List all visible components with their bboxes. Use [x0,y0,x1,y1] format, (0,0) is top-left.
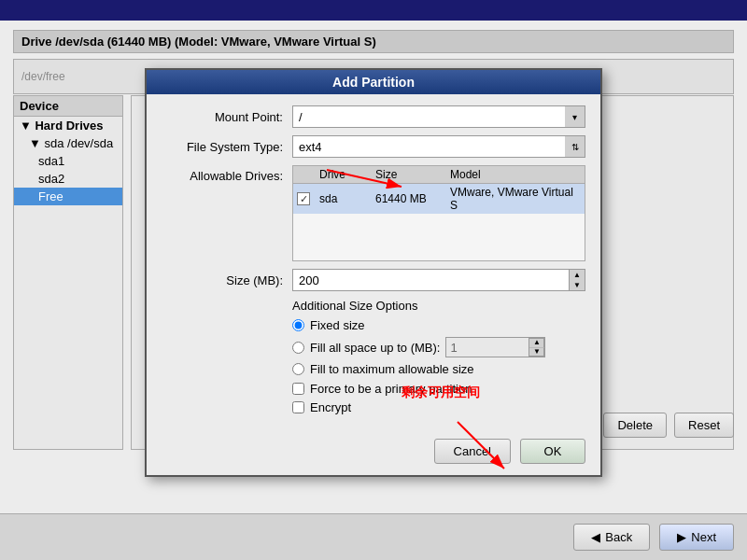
option-primary-checkbox[interactable] [292,383,304,395]
size-input[interactable]: 200 [292,269,570,291]
filesystem-row: File System Type: ext4 ext3 swap ⇅ [162,135,585,158]
next-arrow-icon: ▶ [677,530,686,544]
drives-table-header: Drive Size Model [293,166,585,184]
option-primary-row: Force to be a primary partition [292,382,585,396]
drive-checkbox[interactable] [297,192,310,205]
table-row[interactable]: sda 61440 MB VMware, VMware Virtual S [293,184,585,214]
option-fillup-row: Fill all space up to (MB): ▲ ▼ [292,337,585,357]
row-model: VMware, VMware Virtual S [450,186,581,212]
option-encrypt-label: Encrypt [310,400,351,414]
size-options-section: Fixed size Fill all space up to (MB): ▲ … [292,318,585,376]
fillup-input[interactable] [445,337,529,357]
mount-point-select-wrapper: / /boot /home swap ▾ [292,105,585,128]
fillup-up-button[interactable]: ▲ [529,338,544,348]
option-fillup-radio[interactable] [292,342,304,354]
option-fillup-label: Fill all space up to (MB): [310,341,440,355]
allowable-drives-row: Allowable Drives: Drive Size Model [162,165,585,261]
back-button[interactable]: ◀ Back [573,524,650,551]
option-primary-label: Force to be a primary partition [310,382,472,396]
size-down-button[interactable]: ▼ [570,280,585,290]
option-fillmax-label: Fill to maximum allowable size [310,362,474,376]
filesystem-select-wrapper: ext4 ext3 swap ⇅ [292,135,585,158]
next-button[interactable]: ▶ Next [659,524,734,551]
filesystem-select[interactable]: ext4 ext3 swap [292,135,585,158]
row-check [297,192,319,206]
col-size: Size [375,168,450,181]
fillup-spinner-wrapper: ▲ ▼ [445,337,585,357]
modal-footer: Cancel OK [147,431,600,475]
col-drive: Drive [319,168,375,181]
col-check [297,168,319,181]
option-fixed-radio[interactable] [292,319,304,331]
next-label: Next [691,530,716,544]
ok-button[interactable]: OK [520,439,585,464]
option-fillmax-row: Fill to maximum allowable size [292,362,585,376]
modal-titlebar: Add Partition [147,70,600,94]
option-fixed-label: Fixed size [310,318,365,332]
allowable-drives-label: Allowable Drives: [162,165,292,183]
cancel-button[interactable]: Cancel [434,439,511,464]
mount-point-row: Mount Point: / /boot /home swap ▾ [162,105,585,128]
option-fixed-row: Fixed size [292,318,585,332]
size-spinner-wrapper: 200 ▲ ▼ [292,269,585,291]
size-row: Size (MB): 200 ▲ ▼ [162,269,585,291]
drives-table: Drive Size Model sda 61440 MB VMware, VM… [292,165,585,261]
back-label: Back [605,530,632,544]
back-arrow-icon: ◀ [591,530,600,544]
option-encrypt-checkbox[interactable] [292,401,304,413]
size-label: Size (MB): [162,273,292,287]
add-partition-dialog: Add Partition Mount Point: / /boot /home… [145,68,602,477]
col-model: Model [450,168,581,181]
main-area: Drive /dev/sda (61440 MB) (Model: VMware… [0,21,747,525]
option-fillmax-radio[interactable] [292,363,304,375]
size-up-button[interactable]: ▲ [570,270,585,280]
top-bar [0,0,747,21]
fillup-spinner-buttons: ▲ ▼ [529,337,545,357]
filesystem-label: File System Type: [162,140,292,154]
fillup-down-button[interactable]: ▼ [529,348,544,357]
checkboxes-section: Force to be a primary partition Encrypt [292,382,585,414]
option-encrypt-row: Encrypt [292,400,585,414]
size-spinner-buttons: ▲ ▼ [570,269,585,291]
additional-size-label: Additional Size Options [292,299,585,313]
mount-point-label: Mount Point: [162,110,292,124]
drives-table-empty [293,214,585,260]
row-size: 61440 MB [375,192,450,205]
modal-body: Mount Point: / /boot /home swap ▾ File S… [147,94,600,431]
modal-overlay: Add Partition Mount Point: / /boot /home… [0,21,747,525]
row-drive: sda [319,192,375,205]
mount-point-select[interactable]: / /boot /home swap [292,105,585,128]
